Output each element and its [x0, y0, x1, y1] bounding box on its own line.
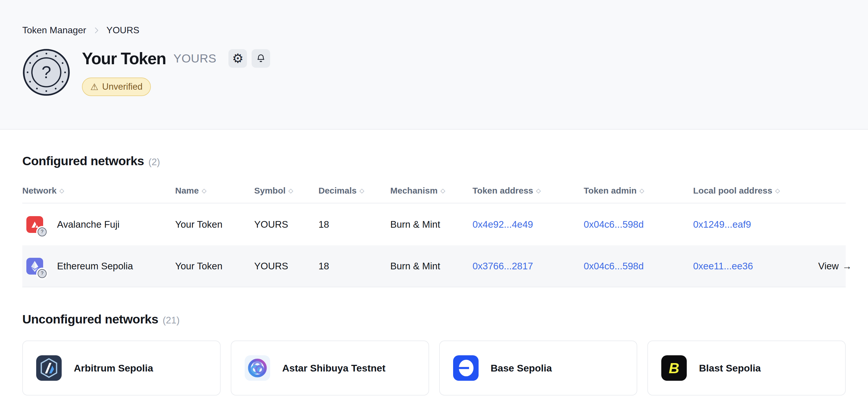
card-blast-sepolia[interactable]: B Blast Sepolia: [647, 340, 846, 396]
token-address-cell: 0x3766...2817: [472, 261, 584, 272]
settings-button[interactable]: ⚙: [228, 49, 247, 68]
table-header-row: Network◇ Name◇ Symbol◇ Decimals◇ Mechani…: [22, 178, 846, 203]
local-pool-address-cell: 0x1249...eaf9: [693, 219, 818, 230]
name-cell: Your Token: [175, 261, 254, 272]
configured-networks-count: (2): [149, 157, 160, 168]
column-label: Network: [22, 186, 57, 196]
bell-icon: [255, 53, 267, 64]
avalanche-fuji-icon: ?: [26, 216, 43, 233]
unknown-token-mini-badge: ?: [38, 269, 46, 278]
breadcrumb-token-manager[interactable]: Token Manager: [22, 25, 86, 36]
sort-icon: ◇: [440, 187, 445, 194]
view-label: View: [818, 261, 839, 272]
sort-icon: ◇: [536, 187, 541, 194]
unknown-token-coin-icon: ?: [22, 48, 70, 96]
token-admin-cell: 0x04c6...598d: [584, 261, 693, 272]
card-base-sepolia[interactable]: Base Sepolia: [439, 340, 638, 396]
decimals-cell: 18: [318, 219, 390, 230]
breadcrumb-current: YOURS: [106, 25, 140, 36]
sort-icon: ◇: [775, 187, 780, 194]
network-cell: ? Ethereum Sepolia: [22, 258, 175, 274]
notifications-button[interactable]: [252, 49, 270, 68]
table-row-ethereum-sepolia: ? Ethereum Sepolia Your Token YOURS 18 B…: [22, 245, 846, 287]
column-header-network[interactable]: Network◇: [22, 186, 175, 196]
breadcrumb-chevron-icon: [92, 26, 101, 35]
column-label: Token admin: [584, 186, 637, 196]
configured-networks-section: Configured networks (2) Network◇ Name◇ S…: [22, 154, 846, 287]
network-name: Ethereum Sepolia: [57, 261, 133, 272]
unconfigured-networks-section: Unconfigured networks (21) Arbitrum Sepo…: [22, 312, 846, 396]
column-label: Symbol: [254, 186, 285, 196]
unverified-badge-label: Unverified: [102, 81, 143, 92]
card-label: Astar Shibuya Testnet: [282, 363, 385, 374]
symbol-cell: YOURS: [254, 219, 318, 230]
symbol-cell: YOURS: [254, 261, 318, 272]
token-address-link[interactable]: 0x3766...2817: [472, 261, 533, 271]
card-label: Base Sepolia: [491, 363, 552, 374]
column-header-mechanism[interactable]: Mechanism◇: [390, 186, 472, 196]
sort-icon: ◇: [640, 187, 644, 194]
network-name: Avalanche Fuji: [57, 219, 120, 230]
network-cell: ? Avalanche Fuji: [22, 216, 175, 233]
unconfigured-networks-heading: Unconfigured networks (21): [22, 312, 846, 326]
breadcrumb: Token Manager YOURS: [22, 25, 846, 36]
unknown-token-mini-badge: ?: [38, 227, 46, 236]
token-address-link[interactable]: 0x4e92...4e49: [472, 219, 533, 230]
gear-icon: ⚙: [232, 52, 244, 65]
sort-icon: ◇: [288, 187, 293, 194]
card-label: Arbitrum Sepolia: [74, 363, 153, 374]
column-header-token-address[interactable]: Token address◇: [472, 186, 584, 196]
page-title: Your Token: [82, 49, 166, 68]
base-sepolia-icon: [453, 355, 478, 381]
view-link[interactable]: View →: [818, 261, 852, 272]
mechanism-cell: Burn & Mint: [390, 261, 472, 272]
token-admin-link[interactable]: 0x04c6...598d: [584, 219, 644, 230]
local-pool-address-cell: 0xee11...ee36: [693, 261, 818, 272]
configured-networks-table: Network◇ Name◇ Symbol◇ Decimals◇ Mechani…: [22, 178, 846, 287]
sort-icon: ◇: [360, 187, 364, 194]
configured-networks-heading: Configured networks (2): [22, 154, 846, 168]
table-row-avalanche-fuji: ? Avalanche Fuji Your Token YOURS 18 Bur…: [22, 203, 846, 245]
unconfigured-networks-grid: Arbitrum Sepolia: [22, 340, 846, 396]
token-admin-link[interactable]: 0x04c6...598d: [584, 261, 644, 271]
local-pool-address-link[interactable]: 0xee11...ee36: [693, 261, 753, 271]
unconfigured-networks-count: (21): [163, 315, 180, 326]
unverified-badge: ⚠ Unverified: [82, 77, 151, 96]
arrow-right-icon: →: [842, 261, 852, 272]
arbitrum-sepolia-icon: [36, 355, 62, 381]
token-address-cell: 0x4e92...4e49: [472, 219, 584, 230]
token-title-block: ? Your Token YOURS ⚙ ⚠ Unverified: [22, 48, 846, 96]
unconfigured-networks-title: Unconfigured networks: [22, 312, 158, 326]
mechanism-cell: Burn & Mint: [390, 219, 472, 230]
decimals-cell: 18: [318, 261, 390, 272]
sort-icon: ◇: [59, 187, 64, 194]
column-label: Name: [175, 186, 199, 196]
local-pool-address-link[interactable]: 0x1249...eaf9: [693, 219, 751, 230]
ethereum-sepolia-icon: ?: [26, 258, 43, 274]
column-header-name[interactable]: Name◇: [175, 186, 254, 196]
blast-sepolia-icon: B: [661, 355, 687, 381]
name-cell: Your Token: [175, 219, 254, 230]
card-label: Blast Sepolia: [699, 363, 761, 374]
token-avatar: ?: [22, 48, 70, 96]
astar-shibuya-icon: [245, 355, 270, 381]
warning-icon: ⚠: [90, 82, 98, 92]
main-content: Configured networks (2) Network◇ Name◇ S…: [0, 154, 868, 396]
column-label: Local pool address: [693, 186, 772, 196]
svg-text:B: B: [669, 360, 680, 376]
column-header-decimals[interactable]: Decimals◇: [318, 186, 390, 196]
card-astar-shibuya-testnet[interactable]: Astar Shibuya Testnet: [231, 340, 429, 396]
sort-icon: ◇: [202, 187, 207, 194]
column-header-token-admin[interactable]: Token admin◇: [584, 186, 693, 196]
column-label: Decimals: [318, 186, 357, 196]
svg-text:?: ?: [41, 63, 51, 82]
card-arbitrum-sepolia[interactable]: Arbitrum Sepolia: [22, 340, 221, 396]
token-header-section: Token Manager YOURS ? Your Token YOURS ⚙: [0, 0, 868, 130]
column-header-local-pool-address[interactable]: Local pool address◇: [693, 186, 818, 196]
token-symbol: YOURS: [174, 52, 216, 65]
column-label: Token address: [472, 186, 533, 196]
configured-networks-title: Configured networks: [22, 154, 144, 168]
column-label: Mechanism: [390, 186, 437, 196]
column-header-symbol[interactable]: Symbol◇: [254, 186, 318, 196]
token-admin-cell: 0x04c6...598d: [584, 219, 693, 230]
